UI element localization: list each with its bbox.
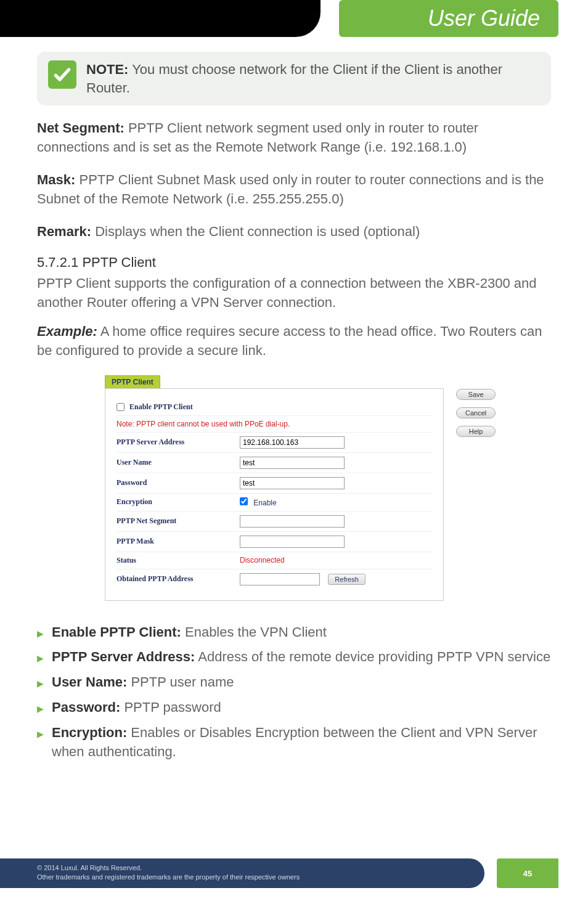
mask-para: Mask: PPTP Client Subnet Mask used only …	[37, 171, 551, 209]
pptp-mask-row: PPTP Mask	[116, 532, 432, 552]
server-row: PPTP Server Address	[116, 433, 432, 453]
user-input[interactable]	[240, 457, 345, 469]
list-item: ▶ Encryption: Enables or Disables Encryp…	[37, 724, 551, 762]
obtained-label: Obtained PPTP Address	[116, 574, 240, 584]
footer-line2: Other trademarks and registered trademar…	[37, 873, 475, 882]
footer: © 2014 Luxul. All Rights Reserved. Other…	[0, 858, 588, 888]
bullet-text: PPTP password	[124, 699, 221, 715]
encryption-row: Encryption Enable	[116, 494, 432, 512]
bullet-label: User Name:	[52, 674, 127, 690]
pptp-mask-label: PPTP Mask	[116, 537, 240, 546]
bullet-list: ▶ Enable PPTP Client: Enables the VPN Cl…	[37, 623, 551, 762]
bullet-label: Enable PPTP Client:	[52, 624, 181, 640]
bullet-label: PPTP Server Address:	[52, 649, 195, 664]
obtained-row: Obtained PPTP Address Refresh	[116, 569, 432, 589]
bullet-label: Password:	[52, 699, 120, 715]
panel-warning: Note: PPTP client cannot be used with PP…	[116, 416, 432, 433]
arrow-icon: ▶	[37, 628, 46, 640]
user-label: User Name	[116, 458, 240, 467]
bullet-text: PPTP user name	[131, 674, 234, 690]
note-callout: NOTE: You must choose network for the Cl…	[37, 52, 551, 105]
example-label: Example:	[37, 324, 97, 339]
net-segment-label: Net Segment:	[37, 120, 125, 136]
header-bar: User Guide	[0, 0, 588, 37]
password-input[interactable]	[240, 477, 345, 489]
enable-row: Enable PPTP Client	[116, 399, 432, 416]
bullet-label: Encryption:	[52, 725, 127, 740]
encryption-label: Encryption	[116, 497, 240, 507]
user-row: User Name	[116, 453, 432, 473]
netseg-row: PPTP Net Segment	[116, 512, 432, 532]
example-text: A home office requires secure access to …	[37, 324, 542, 358]
netseg-input[interactable]	[240, 515, 345, 528]
bullet-text: Address of the remote device providing P…	[198, 649, 550, 664]
page-title: User Guide	[428, 6, 540, 31]
section-heading: 5.7.2.1 PPTP Client	[37, 255, 551, 271]
pptp-mask-input[interactable]	[240, 536, 345, 548]
page-number: 45	[497, 858, 558, 888]
status-row: Status Disconnected	[116, 552, 432, 569]
remark-text: Displays when the Client connection is u…	[95, 224, 420, 239]
save-button[interactable]: Save	[456, 389, 496, 400]
arrow-icon: ▶	[37, 703, 46, 715]
panel-tab[interactable]: PPTP Client	[105, 375, 160, 388]
remark-label: Remark:	[37, 224, 91, 239]
enable-label: Enable PPTP Client	[129, 402, 193, 412]
status-value: Disconnected	[240, 556, 432, 565]
arrow-icon: ▶	[37, 678, 46, 690]
encryption-checkbox[interactable]	[240, 497, 248, 505]
server-input[interactable]	[240, 436, 345, 449]
panel-side-buttons: Save Cancel Help	[456, 375, 496, 437]
note-label: NOTE:	[86, 62, 128, 77]
example-para: Example: A home office requires secure a…	[37, 322, 551, 361]
refresh-button[interactable]: Refresh	[328, 574, 365, 585]
mask-text: PPTP Client Subnet Mask used only in rou…	[37, 172, 544, 206]
enable-checkbox[interactable]	[116, 403, 125, 411]
remark-para: Remark: Displays when the Client connect…	[37, 222, 551, 242]
cancel-button[interactable]: Cancel	[456, 407, 496, 418]
list-item: ▶ Password: PPTP password	[37, 698, 551, 717]
status-label: Status	[116, 556, 240, 565]
pptp-panel: PPTP Client Enable PPTP Client Note: PPT…	[105, 375, 444, 601]
footer-text: © 2014 Luxul. All Rights Reserved. Other…	[0, 858, 484, 888]
password-row: Password	[116, 473, 432, 494]
help-button[interactable]: Help	[456, 426, 496, 437]
note-text: NOTE: You must choose network for the Cl…	[86, 60, 539, 97]
note-body: You must choose network for the Client i…	[86, 62, 502, 96]
password-label: Password	[116, 478, 240, 487]
arrow-icon: ▶	[37, 728, 46, 741]
header-left-block	[0, 0, 321, 37]
list-item: ▶ Enable PPTP Client: Enables the VPN Cl…	[37, 623, 551, 642]
net-segment-para: Net Segment: PPTP Client network segment…	[37, 119, 551, 157]
pptp-screenshot: PPTP Client Enable PPTP Client Note: PPT…	[105, 375, 549, 601]
header-right-block: User Guide	[339, 0, 558, 37]
footer-line1: © 2014 Luxul. All Rights Reserved.	[37, 863, 475, 873]
checkmark-icon	[48, 60, 76, 89]
server-label: PPTP Server Address	[116, 438, 240, 447]
section-desc: PPTP Client supports the configuration o…	[37, 274, 551, 312]
list-item: ▶ PPTP Server Address: Address of the re…	[37, 648, 551, 667]
netseg-label: PPTP Net Segment	[116, 516, 240, 526]
arrow-icon: ▶	[37, 653, 46, 665]
encryption-value: Enable	[253, 499, 276, 507]
mask-label: Mask:	[37, 172, 75, 187]
list-item: ▶ User Name: PPTP user name	[37, 673, 551, 692]
obtained-input[interactable]	[240, 573, 320, 585]
bullet-text: Enables the VPN Client	[185, 624, 327, 640]
